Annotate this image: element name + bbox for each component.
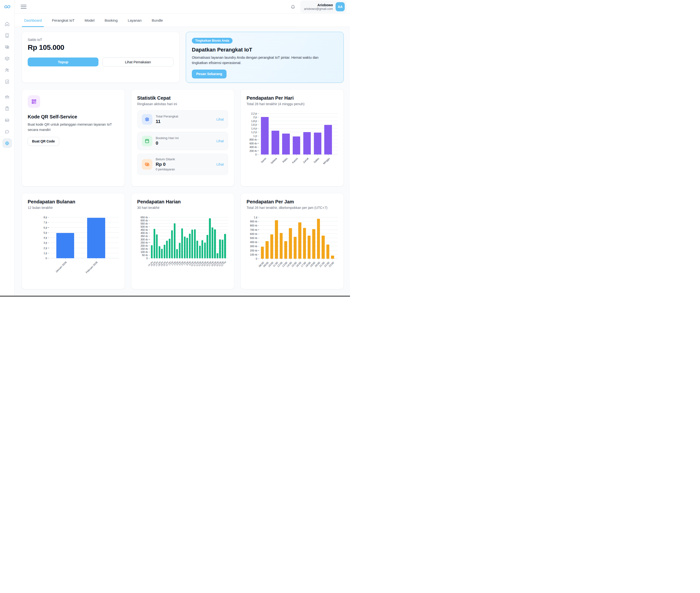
qr-self-service-card: Kode QR Self-Service Buat kode QR untuk … [22,89,125,187]
bar [181,228,183,258]
sidebar-item-staff[interactable] [2,92,12,102]
x-tick-label: Kamis [291,157,299,164]
y-tick-label: 500 rb [141,225,148,228]
sidebar-item-outlet[interactable] [2,31,12,40]
x-axis-labels: 24 Jan25 Jan26 Jan27 Jan28 Jan29 Jan30 J… [151,259,228,273]
y-tick-label: 2 jt [253,116,257,119]
lihat-pemakaian-button[interactable]: Lihat Pemakaian [102,57,173,67]
bar [266,241,268,259]
y-tick-mark [258,242,259,242]
sidebar-item-home[interactable] [2,19,12,29]
tab-model[interactable]: Model [85,14,94,27]
y-tick-mark [257,151,259,151]
y-tick-label: 200 rb [250,249,257,252]
bar [331,255,334,259]
bar-cell [166,217,168,258]
y-tick-mark [149,220,150,221]
x-tick-label: Februari 2026 [85,261,98,274]
pesan-sekarang-button[interactable]: Pesan Sekarang [192,70,227,78]
stat-row-booking-hari-ini: Booking Hari Ini 0 Lihat [137,132,228,150]
saldo-card: Saldo IoT Rp 105.000 Topup Lihat Pemakai… [22,32,180,83]
tab-dashboard[interactable]: Dashboard [24,14,42,27]
avatar[interactable]: AA [336,2,345,11]
bar [156,234,158,258]
bar-cell [196,217,198,258]
x-axis-labels: Januari 2026Februari 2026 [50,259,119,275]
sidebar-item-customers[interactable] [2,65,12,75]
sidebar-item-reports[interactable] [2,77,12,86]
tab-booking[interactable]: Booking [105,14,117,27]
y-tick-label: 1,4 jt [251,127,257,130]
calendar-icon [145,139,150,144]
y-tick-label: 100 rb [250,253,257,256]
package-icon [5,56,10,61]
bars-group [151,217,227,258]
lihat-perangkat-link[interactable]: Lihat [217,117,224,121]
sidebar-item-orders[interactable] [2,104,12,113]
sidebar-item-finance[interactable] [2,42,12,52]
y-tick-label: 600 rb [141,219,148,222]
x-tick: Rabu [281,155,291,166]
quick-stats-subtitle: Ringkasan aktivitas hari ini [137,102,228,106]
y-tick-mark [149,233,150,233]
user-name: Ariobowo [304,3,333,7]
bar-cell [288,217,293,259]
bar-cell [191,217,193,258]
sidebar-item-chat[interactable] [2,127,12,136]
bar [214,229,216,258]
tabs-bar: Dashboard Perangkat IoT Model Booking La… [14,14,350,27]
bar-cell [189,217,191,258]
bar [293,136,301,155]
stat-label: Total Perangkat [156,115,213,118]
chart-subtitle: Total 28 hari terakhir, dikelompokkan pe… [246,206,338,210]
bar [174,223,176,258]
bar-cell [281,114,291,155]
y-tick-mark [258,226,259,226]
y-tick-label: 6 jt [44,226,47,229]
calendar-icon-tile [142,136,152,146]
sidebar-item-iot[interactable] [2,139,12,148]
y-tick-label: 1,6 jt [251,123,257,126]
buat-qr-code-button[interactable]: Buat QR Code [28,137,59,146]
bar-cell [323,114,334,155]
bar [176,249,178,258]
building-icon [5,33,10,38]
chart-plot: 0100 rb200 rb300 rb400 rb500 rb600 rb700… [260,217,338,259]
tab-bundle[interactable]: Bundle [152,14,163,27]
y-tick-label: 50 rb [142,254,148,256]
bar-cell [291,114,302,155]
app-logo[interactable]: GO [4,0,10,14]
team-icon [5,94,10,100]
menu-toggle-button[interactable] [21,5,27,9]
x-axis-labels: 08:0009:0010:0011:0012:0013:0014:0015:00… [260,259,338,270]
x-tick-label: Selasa [270,157,277,164]
user-menu[interactable]: Ariobowo ariobowo@gmail.com AA [300,0,347,13]
tab-perangkat-iot[interactable]: Perangkat IoT [52,14,74,27]
sidebar-item-payments[interactable] [2,115,12,125]
tab-layanan[interactable]: Layanan [128,14,142,27]
y-tick-mark [149,227,150,227]
stat-row-belum-ditarik: Belum Ditarik Rp 0 0 pembayaran Lihat [137,154,228,175]
bar [303,132,311,155]
promo-badge: Tingkatkan Bisnis Anda [192,38,233,44]
chat-icon [5,129,10,134]
lihat-penarikan-link[interactable]: Lihat [217,162,224,166]
bar [159,246,160,258]
sidebar-item-products[interactable] [2,54,12,63]
topup-button[interactable]: Topup [28,57,99,67]
bar [186,238,188,258]
x-tick-label: Sabtu [313,157,320,164]
bar-cell [201,217,203,258]
y-tick-label: 500 rb [250,237,257,239]
y-tick-label: 150 rb [141,247,148,250]
cash-icon-tile [142,159,152,170]
y-tick-label: 1,2 jt [251,131,257,133]
notifications-button[interactable] [290,4,295,9]
bar [280,233,283,259]
y-tick-mark [258,259,259,259]
y-tick-label: 250 rb [141,241,148,244]
pendapatan-per-jam-chart: 0100 rb200 rb300 rb400 rb500 rb600 rb700… [246,217,338,270]
lihat-booking-link[interactable]: Lihat [217,139,224,143]
y-tick-label: 200 rb [249,150,257,152]
bar-cell [186,217,188,258]
